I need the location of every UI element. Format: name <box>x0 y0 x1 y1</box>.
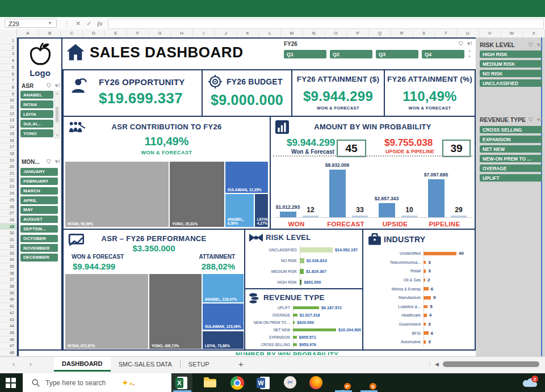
column-header-J[interactable]: J <box>215 29 237 37</box>
row-header-19[interactable]: 19 <box>0 157 16 164</box>
row-header-7[interactable]: 7 <box>0 77 16 84</box>
row-header-11[interactable]: 11 <box>0 104 16 111</box>
row-header-14[interactable]: 14 <box>0 124 16 130</box>
count-bar-upside[interactable] <box>401 216 417 217</box>
revenue-item-new-on-prem-to-[interactable]: NEW-ON PREM TO ... <box>480 155 542 162</box>
row-header-1[interactable]: 1 <box>0 37 16 44</box>
bar-medium-risk[interactable] <box>300 269 304 274</box>
clear-filter-icon[interactable]: ▼̸ <box>54 159 59 165</box>
risk-item-unclassified[interactable]: UNCLASSIFIED <box>480 79 542 87</box>
column-header-V[interactable]: V <box>479 29 501 37</box>
column-header-U[interactable]: U <box>457 29 479 37</box>
month-item-august[interactable]: AUGUST <box>20 216 58 224</box>
month-item-november[interactable]: NOVEMBER <box>20 244 58 252</box>
column-headers[interactable]: ABCDEFGHIJKLMNOPQRSTUVWX <box>0 29 545 38</box>
row-header-38[interactable]: 38 <box>0 283 16 290</box>
row-header-20[interactable]: 20 <box>0 163 16 170</box>
treemap-cell-4[interactable]: LEIYA, 73,86% <box>202 331 244 350</box>
chrome-icon[interactable] <box>230 376 244 390</box>
bar-unclassified[interactable] <box>300 247 333 252</box>
fy26-item-q2[interactable]: Q2 <box>330 50 372 58</box>
asr-slicer-scrollbar[interactable]: ˄˅ <box>54 91 60 138</box>
fy26-item-q3[interactable]: Q3 <box>376 50 418 58</box>
bar-overage[interactable] <box>293 314 297 317</box>
column-header-X[interactable]: X <box>523 29 545 37</box>
sheet-tab-dashboard[interactable]: DASHBOARD <box>54 357 111 372</box>
row-header-6[interactable]: 6 <box>0 71 16 78</box>
copilot-icon[interactable]: ✦✦• <box>121 378 135 388</box>
row-headers[interactable]: 1234567891011121314151617181920212223242… <box>0 37 17 356</box>
treemap-cell-3[interactable]: ANABEL, 8,56% <box>225 193 254 227</box>
treemap-cell-4[interactable]: LEIYA, 4,27% <box>254 193 269 227</box>
fy26-item-q4[interactable]: Q4 <box>422 50 464 58</box>
month-item-may[interactable]: MAY <box>20 206 58 214</box>
treemap-cell-2[interactable]: SULAIMAN, 12,35% <box>225 161 269 193</box>
month-item-septem-[interactable]: SEPTEM... <box>20 225 58 233</box>
scroll-up-icon[interactable]: ˄ <box>56 92 58 96</box>
amount-bar-pipeline[interactable] <box>428 179 445 217</box>
row-header-16[interactable]: 16 <box>0 137 16 144</box>
column-header-S[interactable]: S <box>413 29 435 37</box>
fx-icon[interactable]: fx <box>97 20 102 27</box>
month-item-february[interactable]: FEBRUARY <box>20 178 58 186</box>
select-all-corner[interactable] <box>0 29 17 37</box>
name-box-caret-icon[interactable]: ▾ <box>49 19 51 28</box>
row-header-40[interactable]: 40 <box>0 296 16 303</box>
row-header-4[interactable]: 4 <box>0 57 16 64</box>
multiselect-icon[interactable]: ⛉ <box>47 83 51 89</box>
clear-filter-icon[interactable]: ▼̸ <box>54 83 59 89</box>
sheet-tab-smc-sales-data[interactable]: SMC-SALES DATA <box>111 357 180 372</box>
row-header-30[interactable]: 30 <box>0 230 16 237</box>
row-header-32[interactable]: 32 <box>0 243 16 250</box>
column-header-H[interactable]: H <box>171 29 193 37</box>
revenue-item-overage[interactable]: OVERAGE <box>480 165 542 172</box>
treemap-cell-1[interactable]: YONO, 439,72% <box>149 273 202 349</box>
treemap-cell-0[interactable]: INTAN, 672,67% <box>65 273 149 349</box>
month-item-march[interactable]: MARCH <box>20 187 58 195</box>
multiselect-icon[interactable]: ⛉ <box>459 41 463 47</box>
row-header-15[interactable]: 15 <box>0 130 16 137</box>
row-header-13[interactable]: 13 <box>0 117 16 124</box>
start-button[interactable] <box>6 378 16 388</box>
scroll-down-icon[interactable]: ˅ <box>56 133 58 137</box>
column-header-N[interactable]: N <box>303 29 325 37</box>
revenue-item-uplift[interactable]: UPLIFT <box>480 174 542 182</box>
column-header-B[interactable]: B <box>39 29 61 37</box>
row-header-47[interactable]: 47 <box>0 343 16 349</box>
row-header-10[interactable]: 10 <box>0 97 16 104</box>
count-bar-forecast[interactable] <box>352 216 368 217</box>
column-header-G[interactable]: G <box>149 29 171 37</box>
column-header-F[interactable]: F <box>127 29 149 37</box>
row-header-5[interactable]: 5 <box>0 64 16 71</box>
clear-filter-icon[interactable]: ▼̸ <box>536 42 541 48</box>
row-header-18[interactable]: 18 <box>0 150 16 157</box>
column-header-K[interactable]: K <box>237 29 259 37</box>
column-header-E[interactable]: E <box>105 29 127 37</box>
row-header-22[interactable]: 22 <box>0 177 16 184</box>
add-sheet-button[interactable]: + <box>238 359 244 369</box>
row-header-31[interactable]: 31 <box>0 237 16 243</box>
month-item-april[interactable]: APRIL <box>20 196 58 204</box>
sheet-prev-icon[interactable]: ‹ <box>12 360 15 368</box>
amount-bar-won[interactable] <box>280 212 296 217</box>
row-header-28[interactable]: 28 <box>0 217 16 224</box>
row-header-3[interactable]: 3 <box>0 50 16 57</box>
row-header-43[interactable]: 43 <box>0 317 16 323</box>
row-header-17[interactable]: 17 <box>0 144 16 150</box>
asr-item-sulai-[interactable]: SULAI... <box>20 120 53 128</box>
row-header-33[interactable]: 33 <box>0 250 16 257</box>
row-header-36[interactable]: 36 <box>0 270 16 277</box>
column-header-D[interactable]: D <box>83 29 105 37</box>
clear-filter-icon[interactable]: ▼̸ <box>466 41 471 47</box>
multiselect-icon[interactable]: ⛉ <box>47 159 51 165</box>
multiselect-icon[interactable]: ⛉ <box>529 117 533 123</box>
bar-no-risk[interactable] <box>300 258 304 263</box>
bar-logistics-[interactable] <box>424 305 427 309</box>
column-header-I[interactable]: I <box>193 29 215 37</box>
hscroll-left-icon[interactable]: ◀ <box>435 361 439 367</box>
multiselect-icon[interactable]: ⛉ <box>529 42 533 48</box>
row-header-42[interactable]: 42 <box>0 310 16 317</box>
row-header-25[interactable]: 25 <box>0 197 16 204</box>
row-header-21[interactable]: 21 <box>0 170 16 177</box>
bar-unidentified[interactable] <box>424 252 456 255</box>
